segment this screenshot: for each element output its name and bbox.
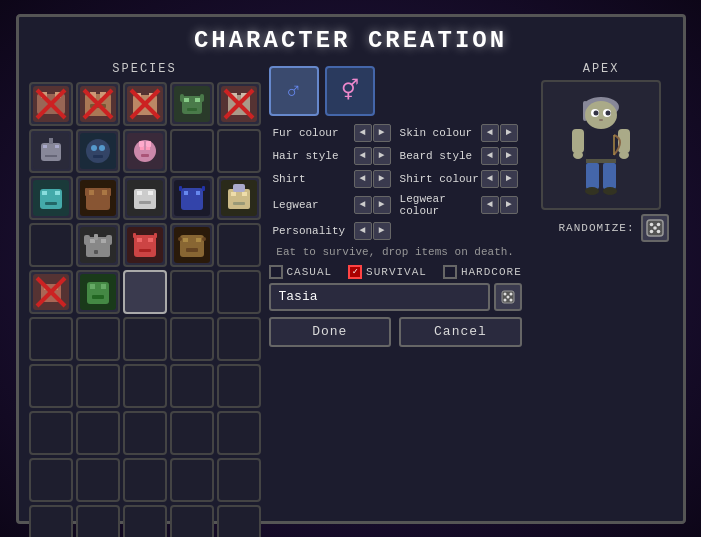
species-cell-12[interactable]	[76, 176, 120, 220]
species-cell-31[interactable]	[29, 364, 73, 408]
species-cell-50[interactable]	[217, 505, 261, 538]
species-cell-4[interactable]	[170, 82, 214, 126]
species-cell-15[interactable]	[217, 176, 261, 220]
svg-rect-81	[106, 235, 112, 245]
species-cell-28[interactable]	[123, 317, 167, 361]
species-cell-49[interactable]	[170, 505, 214, 538]
species-cell-22[interactable]	[76, 270, 120, 314]
species-cell-11[interactable]	[29, 176, 73, 220]
species-cell-38[interactable]	[123, 411, 167, 455]
species-cell-33[interactable]	[123, 364, 167, 408]
svg-rect-54	[45, 202, 57, 205]
fur-colour-prev[interactable]: ◄	[354, 124, 372, 142]
shirt-colour-prev[interactable]: ◄	[481, 170, 499, 188]
species-cell-20[interactable]	[217, 223, 261, 267]
svg-rect-22	[195, 98, 200, 102]
species-cell-25[interactable]	[217, 270, 261, 314]
species-cell-34[interactable]	[170, 364, 214, 408]
species-cell-17[interactable]	[76, 223, 120, 267]
species-cell-47[interactable]	[76, 505, 120, 538]
species-cell-13[interactable]	[123, 176, 167, 220]
empty-cell	[396, 220, 522, 242]
shirt-next[interactable]: ►	[373, 170, 391, 188]
species-cell-6[interactable]	[29, 129, 73, 173]
name-randomize-btn[interactable]	[494, 283, 522, 311]
svg-rect-110	[92, 295, 104, 299]
legwear-next[interactable]: ►	[373, 196, 391, 214]
hair-style-arrows: ◄ ►	[354, 147, 391, 165]
species-cell-16[interactable]	[29, 223, 73, 267]
hardcore-option[interactable]: HARDCORE	[443, 265, 522, 279]
gender-female-btn[interactable]: ⚥	[325, 66, 375, 116]
beard-style-next[interactable]: ►	[500, 147, 518, 165]
species-cell-8[interactable]	[123, 129, 167, 173]
species-cell-18[interactable]	[123, 223, 167, 267]
species-cell-46[interactable]	[29, 505, 73, 538]
svg-rect-46	[146, 141, 151, 147]
species-cell-45[interactable]	[217, 458, 261, 502]
hair-style-next[interactable]: ►	[373, 147, 391, 165]
species-cell-10[interactable]	[217, 129, 261, 173]
skin-colour-next[interactable]: ►	[500, 124, 518, 142]
legwear-colour-prev[interactable]: ◄	[481, 196, 499, 214]
species-cell-42[interactable]	[76, 458, 120, 502]
personality-next[interactable]: ►	[373, 222, 391, 240]
species-cell-37[interactable]	[76, 411, 120, 455]
species-cell-24[interactable]	[170, 270, 214, 314]
shirt-colour-next[interactable]: ►	[500, 170, 518, 188]
species-cell-9[interactable]	[170, 129, 214, 173]
species-cell-7[interactable]	[76, 129, 120, 173]
survival-option[interactable]: ✓ SURVIVAL	[348, 265, 427, 279]
svg-rect-24	[180, 94, 184, 102]
legwear-prev[interactable]: ◄	[354, 196, 372, 214]
shirt-prev[interactable]: ◄	[354, 170, 372, 188]
species-cell-40[interactable]	[217, 411, 261, 455]
species-cell-35[interactable]	[217, 364, 261, 408]
svg-rect-125	[586, 129, 616, 159]
shirt-arrows: ◄ ►	[354, 170, 391, 188]
survival-checkbox[interactable]: ✓	[348, 265, 362, 279]
species-cell-2[interactable]	[76, 82, 120, 126]
randomize-btn[interactable]	[641, 214, 669, 242]
casual-checkbox[interactable]	[269, 265, 283, 279]
species-cell-30[interactable]	[217, 317, 261, 361]
svg-point-128	[573, 151, 583, 159]
beard-style-prev[interactable]: ◄	[481, 147, 499, 165]
character-sprite	[556, 85, 646, 205]
name-input[interactable]	[269, 283, 490, 311]
svg-rect-65	[139, 201, 151, 204]
personality-prev[interactable]: ◄	[354, 222, 372, 240]
species-cell-5[interactable]	[217, 82, 261, 126]
species-cell-44[interactable]	[170, 458, 214, 502]
species-cell-26[interactable]	[29, 317, 73, 361]
skin-colour-prev[interactable]: ◄	[481, 124, 499, 142]
options-panel: Fur colour ◄ ► Skin colour ◄ ►	[269, 122, 522, 261]
hardcore-checkbox[interactable]	[443, 265, 457, 279]
species-cell-21[interactable]	[29, 270, 73, 314]
species-cell-23[interactable]	[123, 270, 167, 314]
done-button[interactable]: Done	[269, 317, 392, 347]
difficulty-row: CASUAL ✓ SURVIVAL HARDCORE	[269, 265, 522, 279]
hair-style-prev[interactable]: ◄	[354, 147, 372, 165]
species-cell-27[interactable]	[76, 317, 120, 361]
svg-rect-92	[154, 233, 157, 238]
species-cell-29[interactable]	[170, 317, 214, 361]
fur-colour-next[interactable]: ►	[373, 124, 391, 142]
species-cell-1[interactable]	[29, 82, 73, 126]
species-cell-14[interactable]	[170, 176, 214, 220]
species-cell-32[interactable]	[76, 364, 120, 408]
species-cell-19[interactable]	[170, 223, 214, 267]
species-cell-43[interactable]	[123, 458, 167, 502]
cancel-button[interactable]: Cancel	[399, 317, 522, 347]
species-cell-41[interactable]	[29, 458, 73, 502]
legwear-colour-next[interactable]: ►	[500, 196, 518, 214]
species-cell-3[interactable]	[123, 82, 167, 126]
gender-male-btn[interactable]: ♂	[269, 66, 319, 116]
casual-option[interactable]: CASUAL	[269, 265, 333, 279]
species-cell-48[interactable]	[123, 505, 167, 538]
fur-colour-arrows: ◄ ►	[354, 124, 391, 142]
svg-rect-109	[101, 284, 106, 289]
species-cell-39[interactable]	[170, 411, 214, 455]
species-cell-36[interactable]	[29, 411, 73, 455]
svg-rect-95	[183, 238, 188, 242]
